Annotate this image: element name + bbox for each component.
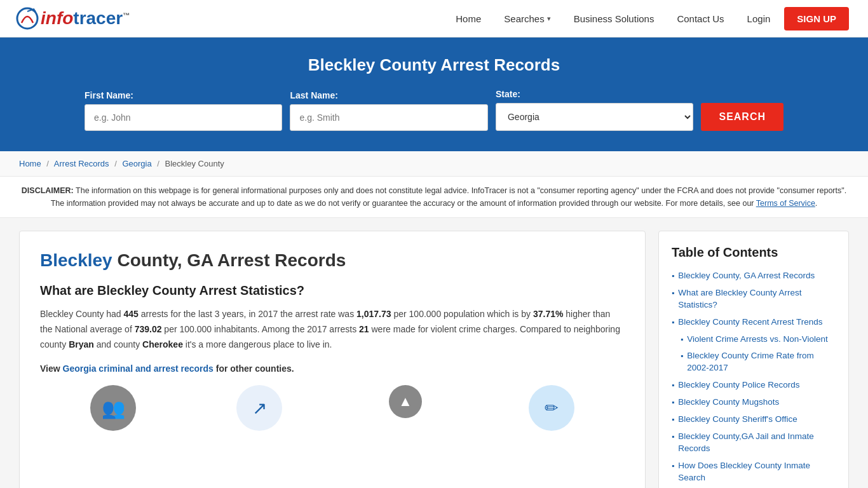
view-suffix: for other counties.	[214, 363, 294, 374]
breadcrumb-georgia[interactable]: Georgia	[122, 159, 151, 168]
logo-tm: ™	[123, 11, 130, 19]
icons-row: 👥 ↗ ▲ ✏	[40, 385, 625, 431]
county2: Cherokee	[142, 339, 183, 349]
logo-info: info	[41, 8, 73, 28]
tos-link[interactable]: Terms of Service	[756, 199, 815, 208]
arrow-up-icon: ↗	[236, 385, 282, 431]
article-title-rest: County, GA Arrest Records	[112, 250, 346, 270]
chevron-down-icon: ▾	[547, 15, 551, 23]
toc-link[interactable]: Bleckley County, GA Arrest Records	[678, 270, 815, 282]
search-form: First Name: Last Name: State: Georgia Al…	[85, 89, 783, 131]
first-name-group: First Name:	[85, 90, 282, 131]
state-select[interactable]: Georgia Alabama Florida Tennessee	[496, 103, 693, 131]
first-name-label: First Name:	[85, 90, 282, 100]
breadcrumb-arrest-records[interactable]: Arrest Records	[54, 159, 109, 168]
body-text-8: it's a more dangerous place to live in.	[183, 339, 332, 349]
logo-icon	[15, 6, 39, 30]
disclaimer-label: DISCLAIMER:	[22, 186, 74, 195]
toc-title: Table of Contents	[672, 245, 836, 260]
toc-link[interactable]: Bleckley County Sheriff's Office	[678, 414, 797, 426]
toc-link[interactable]: Bleckley County Crime Rate from 2002-201…	[687, 350, 836, 374]
body-text-2: arrests for the last 3 years, in 2017 th…	[139, 309, 356, 319]
icon-pencil: ✏	[513, 385, 590, 431]
signup-button[interactable]: Sign Up	[784, 7, 849, 30]
higher-pct: 37.71%	[533, 309, 563, 319]
breadcrumb-sep-2: /	[114, 159, 117, 168]
nav-business-solutions[interactable]: Business Solutions	[565, 8, 663, 29]
last-name-input[interactable]	[290, 104, 487, 131]
arrests-count: 445	[124, 309, 139, 319]
icon-arrow-up: ↗	[221, 385, 297, 431]
search-button[interactable]: SEARCH	[701, 103, 783, 131]
toc-sidebar: Table of Contents Bleckley County, GA Ar…	[658, 231, 849, 488]
disclaimer-text: The information on this webpage is for g…	[51, 186, 847, 208]
article-title-highlight: Bleckley	[40, 250, 112, 270]
logo-tracer: tracer	[73, 8, 123, 28]
main-nav: Home Searches ▾ Business Solutions Conta…	[447, 7, 849, 30]
breadcrumb: Home / Arrest Records / Georgia / Bleckl…	[0, 151, 868, 177]
georgia-criminal-records-link[interactable]: Georgia criminal and arrest records	[63, 363, 214, 374]
people-icon: 👥	[90, 385, 136, 431]
body-text-7: and county	[94, 339, 142, 349]
nav-searches[interactable]: Searches ▾	[495, 8, 559, 29]
toc-link[interactable]: Violent Crime Arrests vs. Non-Violent	[687, 334, 828, 346]
toc-link[interactable]: Bleckley County Mugshots	[678, 396, 779, 409]
disclaimer-bar: DISCLAIMER: The information on this webp…	[0, 177, 868, 218]
toc-link[interactable]: Bleckley County Police Records	[678, 379, 799, 391]
scroll-top-button[interactable]: ▲	[389, 385, 422, 418]
breadcrumb-sep-3: /	[157, 159, 159, 168]
article-section: Bleckley County, GA Arrest Records What …	[19, 231, 646, 488]
pencil-icon: ✏	[529, 385, 574, 431]
view-prefix: View	[40, 363, 63, 374]
icon-people: 👥	[75, 385, 151, 431]
breadcrumb-sep-1: /	[46, 159, 49, 168]
login-button[interactable]: Login	[738, 8, 780, 29]
state-label: State:	[496, 89, 693, 99]
national-avg: 739.02	[135, 324, 162, 334]
article-title: Bleckley County, GA Arrest Records	[40, 250, 625, 271]
toc-link[interactable]: How Does Bleckley County Inmate Search	[678, 460, 836, 484]
last-name-group: Last Name:	[290, 90, 487, 131]
body-text-1: Bleckley County had	[40, 309, 124, 319]
nav-home[interactable]: Home	[447, 8, 490, 29]
state-group: State: Georgia Alabama Florida Tennessee	[496, 89, 693, 131]
view-line: View Georgia criminal and arrest records…	[40, 363, 625, 374]
county1: Bryan	[69, 339, 94, 349]
breadcrumb-bleckley-county: Bleckley County	[165, 159, 224, 168]
logo[interactable]: infotracer™	[19, 6, 130, 30]
toc-link[interactable]: Bleckley County,GA Jail and Inmate Recor…	[678, 431, 836, 455]
nav-contact-us[interactable]: Contact Us	[668, 8, 733, 29]
main-content: Bleckley County, GA Arrest Records What …	[0, 218, 868, 488]
toc-link[interactable]: Bleckley County Recent Arrest Trends	[678, 316, 822, 329]
last-name-label: Last Name:	[290, 90, 487, 100]
toc-link[interactable]: What are Bleckley County Arrest Statisti…	[678, 287, 836, 311]
first-name-input[interactable]	[85, 104, 282, 131]
toc-list: Bleckley County, GA Arrest RecordsWhat a…	[672, 270, 836, 484]
violent-count: 21	[359, 324, 369, 334]
hero-title: Bleckley County Arrest Records	[19, 55, 849, 75]
body-text-5: per 100.000 inhabitants. Among the 2017 …	[161, 324, 359, 334]
section-heading: What are Bleckley County Arrest Statisti…	[40, 283, 625, 298]
arrest-rate: 1,017.73	[356, 309, 391, 319]
scroll-top-area[interactable]: ▲	[367, 385, 444, 431]
site-header: infotracer™ Home Searches ▾ Business Sol…	[0, 0, 868, 37]
hero-section: Bleckley County Arrest Records First Nam…	[0, 37, 868, 151]
article-body-paragraph: Bleckley County had 445 arrests for the …	[40, 307, 625, 352]
body-text-3: per 100.000 population which is by	[391, 309, 533, 319]
breadcrumb-home[interactable]: Home	[19, 159, 41, 168]
